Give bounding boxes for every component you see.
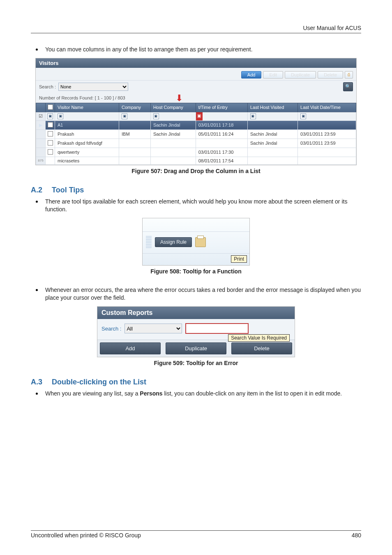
delete-button[interactable]: Delete xyxy=(318,71,343,79)
section-title: Tool Tips xyxy=(52,186,84,194)
search-icon[interactable]: 🔍 xyxy=(343,82,353,91)
table-row[interactable]: Prakash IBM Sachin Jindal 05/01/2011 16:… xyxy=(36,130,356,139)
row-checkbox[interactable] xyxy=(48,131,53,136)
figure-509: Custom Reports Search : All Search Value… xyxy=(31,306,361,366)
filter-icon[interactable]: ▣ xyxy=(47,113,53,119)
filter-icon[interactable]: ☑ xyxy=(36,112,46,120)
grid-header-row: Visitor Name Company Host Company t/Time… xyxy=(36,103,356,112)
bullet-icon xyxy=(36,201,38,203)
page-header: User Manual for ACUS xyxy=(31,25,361,33)
col-lastvisit[interactable]: Last Visit Date/Time xyxy=(298,103,356,112)
dragging-row[interactable]: ▶ A1 Sachin Jindal 03/01/2011 17:18 xyxy=(36,120,356,130)
header-title: User Manual for ACUS xyxy=(303,25,361,31)
records-count: Number of Records Found: [ 1 - 100 ] / 8… xyxy=(36,95,356,103)
row-checkbox[interactable] xyxy=(48,149,53,155)
col-lasthost[interactable]: Last Host Visited xyxy=(247,103,297,112)
panel-title: Custom Reports xyxy=(97,307,295,319)
section-number: A.3 xyxy=(31,378,42,386)
assign-rule-button[interactable]: Assign Rule xyxy=(155,237,192,247)
visitors-title: Visitors xyxy=(36,58,356,68)
search-label: Search : xyxy=(39,84,56,89)
bullet-text: When you are viewing any list, say a Per… xyxy=(45,390,361,398)
visitors-searchbar: Search : None 🔍 xyxy=(36,80,356,95)
button-bar: Add Duplicate Delete xyxy=(97,340,295,357)
drop-arrow-icon: ⬇ xyxy=(175,94,183,103)
figure-caption: Figure 509: Tooltip for an Error xyxy=(31,360,361,366)
tooltip-panel: Assign Rule Print xyxy=(142,218,250,266)
bullet-icon xyxy=(36,289,38,291)
bullet-text: Whenever an error occurs, the area where… xyxy=(45,286,361,302)
col-time[interactable]: t/Time of Entry xyxy=(196,103,247,112)
search-label: Search : xyxy=(101,326,121,332)
search-input[interactable] xyxy=(185,323,249,334)
filter-icon[interactable]: ▣ xyxy=(300,113,306,119)
table-row[interactable]: qwertwerty 03/01/2011 17:30 xyxy=(36,148,356,157)
bullet-item: Whenever an error occurs, the area where… xyxy=(36,286,361,302)
edit-button[interactable]: Edit xyxy=(263,71,283,79)
col-host[interactable]: Host Company xyxy=(150,103,196,112)
section-number: A.2 xyxy=(31,186,42,194)
col-company[interactable]: Company xyxy=(119,103,151,112)
visitors-grid: Visitor Name Company Host Company t/Time… xyxy=(36,103,356,165)
figure-caption: Figure 508: Tooltip for a Function xyxy=(31,268,361,275)
delete-button[interactable]: Delete xyxy=(231,342,292,354)
add-button[interactable]: Add xyxy=(241,71,262,79)
header-checkbox[interactable] xyxy=(46,103,55,112)
duplicate-button[interactable]: Duplicate xyxy=(285,71,316,79)
filter-icon[interactable]: ▣ xyxy=(122,113,127,119)
header-spacer xyxy=(36,103,46,112)
bullet-item: You can move columns in any of the list … xyxy=(36,46,361,54)
search-select[interactable]: All xyxy=(125,324,182,333)
add-button[interactable]: Add xyxy=(100,342,161,354)
bullet-icon xyxy=(36,49,38,51)
drag-handle-icon[interactable]: ▣ xyxy=(196,112,203,120)
figure-508: Assign Rule Print Figure 508: Tooltip fo… xyxy=(31,218,361,275)
duplicate-button[interactable]: Duplicate xyxy=(166,342,226,354)
section-a3-heading: A.3 Double-clicking on the List xyxy=(31,378,361,386)
custom-reports-panel: Custom Reports Search : All Search Value… xyxy=(97,306,295,357)
bullet-item: There are tool tips available for each s… xyxy=(36,198,361,214)
filter-icon[interactable]: ▣ xyxy=(250,113,256,119)
footer-left: Uncontrolled when printed © RISCO Group xyxy=(31,532,141,539)
filter-icon[interactable]: ▣ xyxy=(153,113,159,119)
filter-icon[interactable]: ▣ xyxy=(58,113,63,119)
page-number: 480 xyxy=(352,532,361,539)
table-row[interactable]: Prakash dgsd fdfvsdgf Sachin Jindal 03/0… xyxy=(36,139,356,148)
figure-507: Visitors Add Edit Duplicate Delete ⎙ Sea… xyxy=(31,58,361,174)
export-icon[interactable]: ⎙ xyxy=(345,71,353,79)
section-a2-heading: A.2 Tool Tips xyxy=(31,186,361,194)
visitors-toolbar: Add Edit Duplicate Delete ⎙ xyxy=(36,68,356,80)
printer-icon[interactable] xyxy=(195,237,206,247)
error-tooltip: Search Value Is Required xyxy=(228,334,290,342)
table-row[interactable]: 875 micrasetes 08/01/2011 17:54 xyxy=(36,157,356,164)
row-checkbox[interactable] xyxy=(48,140,53,146)
grid-filter-row: ☑ ▣ ▣ ▣ ▣ ▣ ▣ ▣ xyxy=(36,112,356,120)
bullet-icon xyxy=(36,393,38,395)
section-title: Double-clicking on the List xyxy=(52,378,146,386)
col-visitor[interactable]: Visitor Name xyxy=(55,103,119,112)
bullet-item: When you are viewing any list, say a Per… xyxy=(36,390,361,398)
page-footer: Uncontrolled when printed © RISCO Group … xyxy=(31,530,361,539)
visitors-panel: Visitors Add Edit Duplicate Delete ⎙ Sea… xyxy=(35,58,357,165)
bullet-text: There are tool tips available for each s… xyxy=(45,198,361,214)
bullet-text: You can move columns in any of the list … xyxy=(45,46,361,54)
tooltip-label: Print xyxy=(231,255,247,263)
drag-handle-icon[interactable] xyxy=(146,236,152,248)
figure-caption: Figure 507: Drag and Drop the Column in … xyxy=(31,168,361,174)
search-select[interactable]: None xyxy=(58,83,128,91)
